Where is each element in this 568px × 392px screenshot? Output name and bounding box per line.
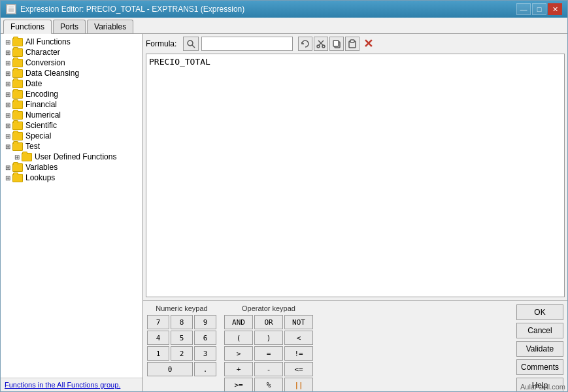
key-neq[interactable]: !=: [284, 346, 313, 361]
list-item[interactable]: ⊞ Special: [2, 131, 141, 141]
list-item[interactable]: ⊞ Scientific: [2, 120, 141, 131]
tree-label: Conversion: [25, 58, 65, 67]
list-item[interactable]: ⊞ All Functions: [2, 37, 141, 47]
right-panel: Formula:: [143, 34, 567, 391]
key-7[interactable]: 7: [147, 315, 169, 329]
list-item[interactable]: ⊞ Test: [2, 141, 141, 152]
key-dot[interactable]: .: [194, 362, 216, 376]
key-3[interactable]: 3: [194, 346, 216, 361]
tree-label: Data Cleansing: [25, 69, 79, 78]
key-eq[interactable]: =: [254, 346, 283, 361]
left-panel: ⊞ All Functions ⊞ Character ⊞ Conversion: [1, 34, 143, 391]
key-4[interactable]: 4: [147, 331, 169, 345]
left-status: Functions in the All Functions group.: [1, 378, 142, 391]
formula-toolbar: ✕: [298, 37, 375, 51]
minimize-button[interactable]: —: [516, 3, 531, 15]
expand-icon: ⊞: [3, 131, 12, 140]
expand-icon: ⊞: [3, 173, 12, 182]
key-lte[interactable]: <=: [284, 362, 313, 376]
cancel-button[interactable]: Cancel: [516, 323, 563, 338]
key-and[interactable]: AND: [224, 315, 253, 329]
numeric-keypad-grid: 7 8 9 4 5 6 1 2 3 0 .: [147, 315, 216, 376]
tab-functions[interactable]: Functions: [3, 20, 52, 34]
clear-button[interactable]: ✕: [361, 37, 375, 51]
expand-icon: ⊞: [3, 90, 12, 99]
action-buttons: OK Cancel Validate Comments Help: [516, 304, 563, 391]
list-item[interactable]: ⊞ Lookups: [2, 172, 141, 183]
tree-label: Date: [25, 79, 42, 88]
key-2[interactable]: 2: [171, 346, 193, 361]
key-0[interactable]: 0: [147, 362, 193, 376]
svg-point-7: [322, 45, 325, 48]
tree-label: Scientific: [25, 121, 57, 130]
folder-icon: [12, 69, 23, 78]
formula-editor[interactable]: PRECIO_TOTAL: [146, 54, 565, 297]
key-8[interactable]: 8: [171, 315, 193, 329]
tree-label: Financial: [25, 100, 57, 109]
watermark: AulaFacil.com: [520, 383, 565, 391]
key-close-paren[interactable]: ): [254, 331, 283, 345]
refresh-button[interactable]: [298, 37, 312, 51]
list-item[interactable]: ⊞ Data Cleansing: [2, 68, 141, 78]
key-6[interactable]: 6: [194, 331, 216, 345]
status-prefix: Functions in the: [5, 381, 57, 389]
numeric-keypad: Numeric keypad 7 8 9 4 5 6 1 2 3 0: [147, 304, 216, 391]
expand-icon: ⊞: [3, 69, 12, 78]
folder-icon: [12, 174, 23, 182]
key-percent[interactable]: %: [254, 378, 283, 391]
tab-variables[interactable]: Variables: [87, 20, 133, 33]
list-item[interactable]: ⊞ Numerical: [2, 110, 141, 120]
list-item[interactable]: ⊞ Financial: [2, 99, 141, 110]
cut-button[interactable]: [314, 37, 328, 51]
search-input[interactable]: [201, 37, 293, 51]
key-9[interactable]: 9: [194, 315, 216, 329]
key-5[interactable]: 5: [171, 331, 193, 345]
folder-icon: [12, 111, 23, 120]
formula-area: Formula:: [143, 34, 567, 300]
key-open-paren[interactable]: (: [224, 331, 253, 345]
maximize-button[interactable]: □: [532, 3, 546, 15]
key-plus[interactable]: +: [224, 362, 253, 376]
bottom-section: Numeric keypad 7 8 9 4 5 6 1 2 3 0: [143, 300, 567, 391]
operator-keypad: Operator keypad AND OR NOT ( ) < > = != …: [224, 304, 313, 391]
status-link[interactable]: All Functions: [57, 381, 98, 389]
ok-button[interactable]: OK: [516, 304, 563, 320]
validate-button[interactable]: Validate: [516, 341, 563, 357]
list-item[interactable]: ⊞ Character: [2, 47, 141, 57]
key-1[interactable]: 1: [147, 346, 169, 361]
list-item[interactable]: ⊞ User Defined Functions: [2, 152, 141, 162]
list-item[interactable]: ⊞ Conversion: [2, 57, 141, 68]
key-gte[interactable]: >=: [224, 378, 253, 391]
expand-icon: ⊞: [3, 48, 12, 57]
title-bar-left: Expression Editor: PRECIO_TOTAL - EXPTRA…: [6, 4, 244, 14]
paste-button[interactable]: [345, 37, 359, 51]
key-gt[interactable]: >: [224, 346, 253, 361]
svg-rect-0: [8, 6, 14, 12]
copy-button[interactable]: [329, 37, 344, 51]
status-suffix: group.: [98, 381, 120, 389]
close-button[interactable]: ✕: [548, 3, 562, 15]
key-not[interactable]: NOT: [284, 315, 313, 329]
formula-label: Formula:: [146, 39, 176, 48]
svg-rect-9: [333, 41, 339, 46]
key-lt[interactable]: <: [284, 331, 313, 345]
expand-icon: ⊞: [3, 142, 12, 151]
key-or[interactable]: OR: [254, 315, 283, 329]
folder-icon: [12, 132, 23, 140]
folder-icon: [12, 142, 23, 151]
expand-icon: ⊞: [3, 121, 12, 130]
tree-label: Variables: [25, 163, 58, 172]
tab-ports[interactable]: Ports: [53, 20, 86, 33]
folder-icon: [22, 153, 32, 161]
main-window: Expression Editor: PRECIO_TOTAL - EXPTRA…: [0, 0, 568, 392]
list-item[interactable]: ⊞ Variables: [2, 162, 141, 172]
tree-area[interactable]: ⊞ All Functions ⊞ Character ⊞ Conversion: [1, 34, 142, 378]
key-minus[interactable]: -: [254, 362, 283, 376]
folder-icon: [12, 122, 23, 130]
search-icon-button[interactable]: [183, 37, 199, 51]
list-item[interactable]: ⊞ Encoding: [2, 89, 141, 99]
key-concat[interactable]: ||: [284, 378, 313, 391]
comments-button[interactable]: Comments: [516, 359, 563, 375]
folder-icon: [12, 163, 23, 172]
list-item[interactable]: ⊞ Date: [2, 78, 141, 89]
